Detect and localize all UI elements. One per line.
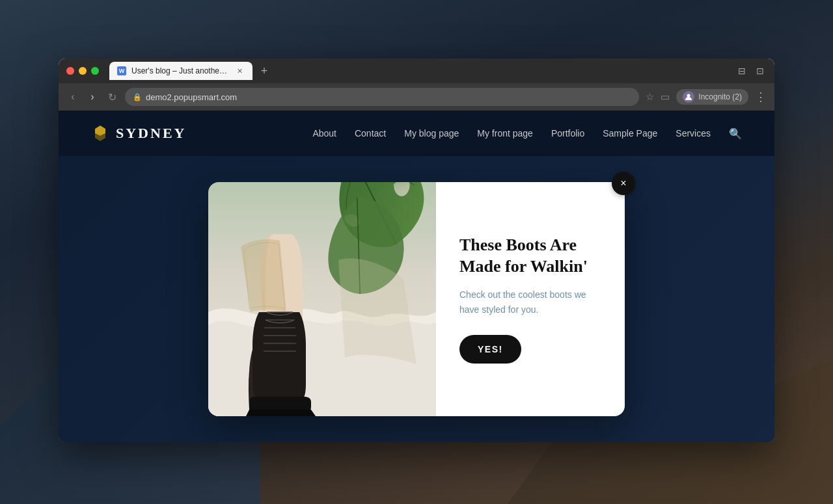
search-icon[interactable]: 🔍 [729,127,742,140]
nav-samplepage[interactable]: Sample Page [603,128,657,139]
reload-button[interactable]: ↻ [105,90,118,103]
browser-addressbar: ‹ › ↻ 🔒 demo2.popupsmart.com ☆ ▭ Incogni… [59,83,774,111]
back-button[interactable]: ‹ [66,90,79,103]
logo-text: SYDNEY [116,125,186,142]
addressbar-right: ☆ ▭ Incognito (2) ⋮ [646,89,767,105]
browser-controls-right: ⊟ ⊡ [735,64,767,77]
nav-contact[interactable]: Contact [355,128,386,139]
nav-about[interactable]: About [312,128,336,139]
tab-close-button[interactable]: ✕ [234,66,245,76]
popup-close-button[interactable]: × [612,172,635,195]
popup-description: Check out the coolest boots we have styl… [459,287,601,317]
browser-titlebar: W User's blog – Just another Wo... ✕ + ⊟… [59,59,774,83]
nav-frontpage[interactable]: My front page [477,128,533,139]
new-tab-button[interactable]: + [255,62,273,80]
browser-window: W User's blog – Just another Wo... ✕ + ⊟… [59,59,774,442]
incognito-avatar [683,91,694,103]
lock-icon: 🔒 [133,93,142,101]
tab-favicon: W [117,66,126,75]
incognito-label: Incognito (2) [698,92,742,101]
svg-point-0 [687,94,690,98]
close-icon: × [620,178,626,189]
incognito-button[interactable]: Incognito (2) [676,89,748,105]
site-main: × [59,156,774,442]
popup-modal: × [208,182,625,416]
browser-tabs: W User's blog – Just another Wo... ✕ + [109,62,730,80]
browser-menu-button[interactable]: ⋮ [755,90,767,104]
logo-svg-icon [91,124,109,142]
boot-image-wrapper [208,182,436,416]
address-bar[interactable]: 🔒 demo2.popupsmart.com [125,88,639,106]
popup-title: These Boots Are Made for Walkin' [459,235,601,277]
monitor-icon[interactable]: ▭ [661,91,670,103]
popup-cta-button[interactable]: YES! [459,335,521,364]
site-nav: About Contact My blog page My front page… [312,127,742,140]
active-tab[interactable]: W User's blog – Just another Wo... ✕ [109,62,253,80]
address-text: demo2.popupsmart.com [146,92,237,102]
popup-overlay: × [59,156,774,442]
expand-icon[interactable]: ⊡ [754,64,767,77]
nav-portfolio[interactable]: Portfolio [551,128,584,139]
site-header: SYDNEY About Contact My blog page My fro… [59,111,774,156]
forward-button[interactable]: › [86,90,99,103]
popup-content: These Boots Are Made for Walkin' Check o… [436,182,625,416]
traffic-lights [66,67,99,75]
bookmark-icon[interactable]: ☆ [646,91,654,103]
site-logo[interactable]: SYDNEY [91,124,186,142]
nav-blog[interactable]: My blog page [404,128,459,139]
tab-title: User's blog – Just another Wo... [131,66,229,75]
minimize-window-button[interactable] [79,67,87,75]
website: SYDNEY About Contact My blog page My fro… [59,111,774,442]
maximize-window-button[interactable] [91,67,99,75]
nav-services[interactable]: Services [676,128,711,139]
popup-image [208,182,436,416]
minimize-icon[interactable]: ⊟ [735,64,748,77]
close-window-button[interactable] [66,67,74,75]
boot-scene-svg [208,182,436,416]
